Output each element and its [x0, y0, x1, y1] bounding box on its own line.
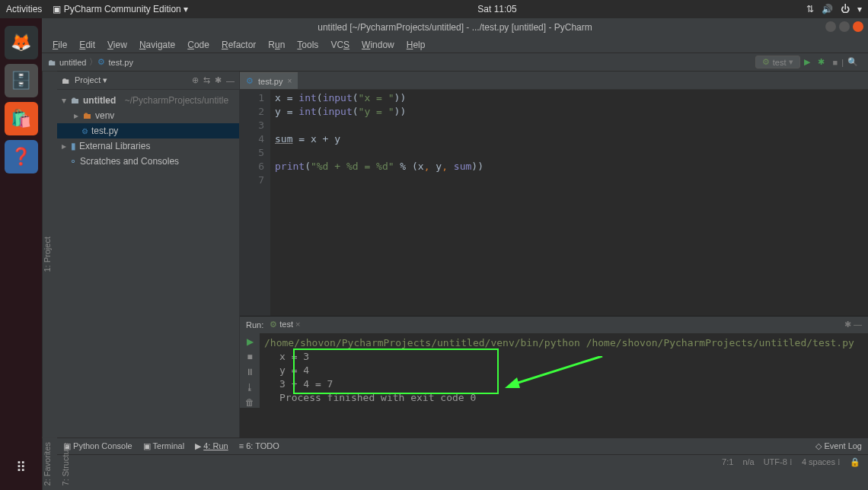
activities-button[interactable]: Activities: [6, 4, 42, 14]
project-tool-window: 🖿 Project ▾ ⊕ ⇆ ✱ — ▾🖿 untitled ~/Pychar…: [57, 72, 240, 438]
menu-window[interactable]: Window: [357, 38, 399, 52]
volume-icon[interactable]: 🔊: [822, 4, 833, 14]
hide-icon[interactable]: —: [226, 76, 235, 85]
stop-button[interactable]: ■: [828, 58, 841, 67]
run-button[interactable]: ▶: [800, 57, 814, 67]
maximize-button[interactable]: [839, 21, 850, 32]
project-view-icon: 🖿: [62, 76, 70, 85]
launcher-dock: 🦊 🗄️ 🛍️ ❓ ⠿: [0, 18, 42, 490]
pycharm-window: untitled [~/PycharmProjects/untitled] - …: [42, 18, 868, 490]
left-gutter-bottom: 2: Favorites 7: Structure: [42, 438, 57, 490]
main-menu: File Edit View Navigate Code Refactor Ru…: [42, 37, 868, 53]
collapse-icon[interactable]: ⇆: [203, 75, 210, 85]
breadcrumb-file[interactable]: test.py: [105, 58, 136, 67]
window-titlebar: untitled [~/PycharmProjects/untitled] - …: [42, 18, 868, 37]
editor: ⚙test.py× 1234567 x = int(input("x = "))…: [240, 72, 868, 438]
run-tab[interactable]: ⚙ test ×: [270, 320, 300, 329]
run-tool-window: Run: ⚙ test × ✱ — ▶ ■ ⏸ ⭳ 🗑 /home/shovon…: [240, 316, 868, 438]
minimize-button[interactable]: [825, 21, 836, 32]
project-tree: ▾🖿 untitled ~/PycharmProjects/untitle ▸🖿…: [57, 90, 239, 438]
menu-code[interactable]: Code: [183, 38, 214, 52]
console-output[interactable]: /home/shovon/PycharmProjects/untitled/ve…: [260, 333, 868, 408]
bottom-tab-terminal[interactable]: ▣ Terminal: [143, 441, 184, 451]
menu-view[interactable]: View: [103, 38, 132, 52]
debug-button[interactable]: ✱: [814, 57, 828, 67]
source-text[interactable]: x = int(input("x = ")) y = int(input("y …: [270, 90, 483, 316]
bottom-tool-tabs: ▣ Python Console ▣ Terminal ▶ 4: Run ≡ 6…: [57, 438, 868, 454]
status-encoding[interactable]: UTF-8 ⁞: [764, 457, 793, 467]
bottom-tab-python-console[interactable]: ▣ Python Console: [63, 441, 132, 451]
network-icon[interactable]: ⇅: [806, 4, 814, 14]
tree-ext-libs[interactable]: ▸▮External Libraries: [57, 138, 239, 154]
help-icon[interactable]: ❓: [5, 140, 38, 173]
tree-testpy[interactable]: ⚙test.py: [57, 123, 239, 138]
menu-help[interactable]: Help: [402, 38, 430, 52]
run-config-selector[interactable]: ⚙test▾: [755, 56, 801, 68]
menu-vcs[interactable]: VCS: [326, 38, 354, 52]
navigation-bar: 🖿 untitled 〉 ⚙ test.py ⚙test▾ ▶ ✱ ■ | 🔍: [42, 53, 868, 72]
menu-run[interactable]: Run: [263, 38, 289, 52]
tree-venv[interactable]: ▸🖿venv: [57, 108, 239, 123]
tree-scratches[interactable]: ⚬Scratches and Consoles: [57, 154, 239, 169]
lock-icon[interactable]: 🔒: [850, 457, 860, 467]
menu-file[interactable]: File: [48, 38, 72, 52]
python-file-icon: ⚙: [97, 57, 105, 67]
folder-icon: 🖿: [48, 58, 56, 67]
tree-root[interactable]: ▾🖿 untitled ~/PycharmProjects/untitle: [57, 93, 239, 108]
export-icon[interactable]: ⭳: [245, 382, 254, 393]
project-view-title[interactable]: Project ▾: [75, 75, 187, 85]
status-caret-pos[interactable]: 7:1: [722, 457, 733, 466]
files-icon[interactable]: 🗄️: [5, 64, 38, 97]
sidebar-tab-favorites[interactable]: 2: Favorites: [43, 442, 52, 485]
status-bar: 7:1 n/a UTF-8 ⁞ 4 spaces ⁞ 🔒: [57, 454, 868, 469]
status-indent[interactable]: 4 spaces ⁞: [802, 457, 841, 467]
editor-tab-testpy[interactable]: ⚙test.py×: [240, 72, 298, 89]
sidebar-tab-project[interactable]: 1: Project: [43, 76, 52, 433]
menu-tools[interactable]: Tools: [292, 38, 323, 52]
code-area[interactable]: 1234567 x = int(input("x = ")) y = int(i…: [240, 90, 868, 316]
locate-icon[interactable]: ⊕: [192, 75, 199, 85]
firefox-icon[interactable]: 🦊: [5, 26, 38, 59]
app-menu[interactable]: ▣ PyCharm Community Edition ▾: [53, 4, 188, 14]
run-toolbar: ▶ ■ ⏸ ⭳ 🗑: [240, 333, 260, 408]
breadcrumb-root[interactable]: untitled: [56, 58, 89, 67]
rerun-icon[interactable]: ▶: [247, 336, 254, 347]
power-icon[interactable]: ⏻: [841, 4, 850, 14]
sidebar-tab-structure[interactable]: 7: Structure: [61, 442, 70, 485]
clock[interactable]: Sat 11:05: [188, 4, 806, 14]
run-settings-icon[interactable]: ✱ —: [844, 320, 862, 329]
event-log-button[interactable]: ◇ Event Log: [815, 441, 862, 451]
menu-navigate[interactable]: Navigate: [135, 38, 180, 52]
close-button[interactable]: [853, 21, 863, 32]
bottom-tab-run[interactable]: ▶ 4: Run: [195, 441, 228, 451]
gnome-top-bar: Activities ▣ PyCharm Community Edition ▾…: [0, 0, 868, 18]
status-na: n/a: [742, 457, 754, 466]
bottom-tab-todo[interactable]: ≡ 6: TODO: [239, 441, 279, 450]
trash-icon[interactable]: 🗑: [245, 397, 254, 408]
chevron-down-icon[interactable]: ▾: [857, 4, 862, 14]
search-everywhere-icon[interactable]: 🔍: [844, 57, 862, 67]
menu-refactor[interactable]: Refactor: [217, 38, 260, 52]
software-icon[interactable]: 🛍️: [5, 102, 38, 135]
stop-icon[interactable]: ■: [247, 352, 252, 362]
line-gutter: 1234567: [240, 90, 270, 316]
gear-icon[interactable]: ✱: [215, 75, 222, 85]
run-tool-title: Run:: [246, 320, 263, 329]
show-apps-icon[interactable]: ⠿: [5, 450, 38, 484]
left-gutter: 1: Project: [42, 72, 57, 438]
pause-icon[interactable]: ⏸: [245, 367, 254, 377]
close-tab-icon[interactable]: ×: [287, 77, 292, 85]
menu-edit[interactable]: Edit: [75, 38, 100, 52]
